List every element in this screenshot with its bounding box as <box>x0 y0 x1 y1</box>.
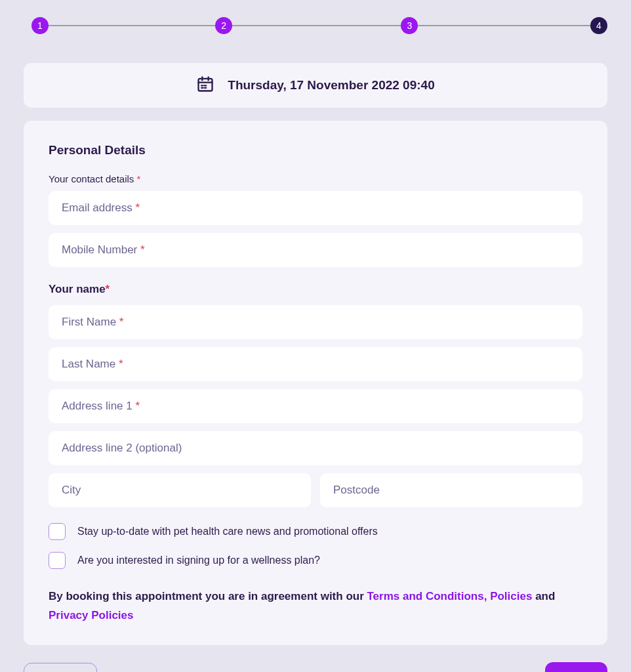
appointment-date-text: Thursday, 17 November 2022 09:40 <box>228 78 434 93</box>
progress-stepper: 1 2 3 4 <box>24 17 607 34</box>
postcode-field[interactable] <box>320 473 582 507</box>
privacy-link[interactable]: Privacy Policies <box>49 609 133 621</box>
appointment-date-banner: Thursday, 17 November 2022 09:40 <box>24 63 607 108</box>
step-4[interactable]: 4 <box>590 17 607 34</box>
email-field[interactable] <box>49 191 582 225</box>
section-title: Personal Details <box>49 143 582 158</box>
wellness-plan-label: Are you interested in signing up for a w… <box>77 555 320 566</box>
stepper-line <box>31 26 600 26</box>
newsletter-checkbox[interactable] <box>49 523 66 540</box>
previous-button[interactable]: Previous <box>24 663 97 672</box>
next-button[interactable]: Next <box>545 662 607 672</box>
newsletter-label: Stay up-to-date with pet health care new… <box>77 526 378 537</box>
step-3[interactable]: 3 <box>401 17 418 34</box>
first-name-field[interactable] <box>49 305 582 339</box>
calendar-icon <box>196 75 214 96</box>
personal-details-card: Personal Details Your contact details * … <box>24 121 607 645</box>
step-2[interactable]: 2 <box>215 17 232 34</box>
wellness-plan-checkbox[interactable] <box>49 552 66 569</box>
terms-link[interactable]: Terms and Conditions, Policies <box>367 590 533 602</box>
footer-nav: Previous Next <box>24 662 607 672</box>
contact-details-label: Your contact details * <box>49 173 582 184</box>
step-1[interactable]: 1 <box>31 17 49 34</box>
mobile-field[interactable] <box>49 233 582 267</box>
agreement-text: By booking this appointment you are in a… <box>49 587 582 625</box>
last-name-field[interactable] <box>49 347 582 381</box>
address-1-field[interactable] <box>49 389 582 423</box>
city-field[interactable] <box>49 473 311 507</box>
address-2-field[interactable] <box>49 431 582 465</box>
your-name-label: Your name* <box>49 283 582 296</box>
